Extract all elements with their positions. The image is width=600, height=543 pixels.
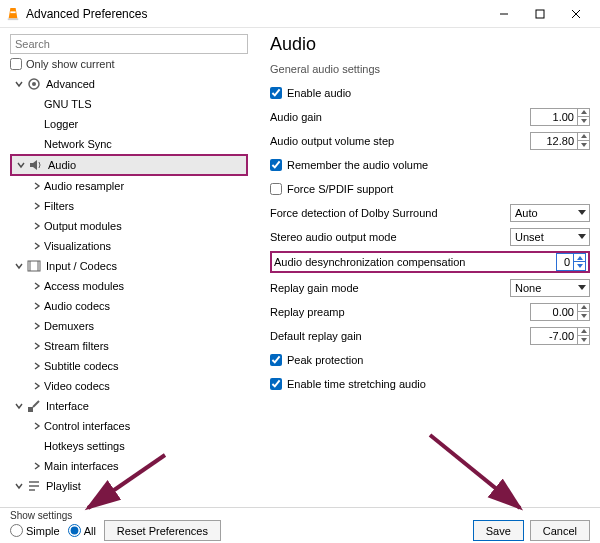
chevron-right-icon[interactable] — [30, 362, 44, 370]
svg-line-14 — [33, 401, 39, 407]
stereo-mode-combo[interactable]: Unset — [510, 228, 590, 246]
page-heading: Audio — [270, 34, 590, 55]
tree-item-hotkeys-settings[interactable]: Hotkeys settings — [10, 436, 248, 456]
all-radio[interactable]: All — [68, 524, 96, 537]
chevron-right-icon[interactable] — [30, 302, 44, 310]
spinner-buttons[interactable] — [577, 133, 589, 149]
only-show-current[interactable]: Only show current — [10, 58, 248, 70]
reset-preferences-button[interactable]: Reset Preferences — [104, 520, 221, 541]
chevron-right-icon[interactable] — [30, 182, 44, 190]
tree-item-subtitle-codecs[interactable]: Subtitle codecs — [10, 356, 248, 376]
tree-item-output-modules[interactable]: Output modules — [10, 216, 248, 236]
only-show-current-label: Only show current — [26, 58, 115, 70]
svg-rect-2 — [10, 11, 15, 13]
chevron-right-icon[interactable] — [30, 222, 44, 230]
footer: Show settings Simple All Reset Preferenc… — [0, 507, 600, 543]
tree-item-main-interfaces[interactable]: Main interfaces — [10, 456, 248, 476]
close-button[interactable] — [558, 1, 594, 27]
svg-marker-28 — [581, 314, 587, 318]
spinner-buttons[interactable] — [577, 328, 589, 344]
audio-gain-spinner[interactable]: 1.00 — [530, 108, 590, 126]
tree-item-access-modules[interactable]: Access modules — [10, 276, 248, 296]
tree-item-audio-resampler[interactable]: Audio resampler — [10, 176, 248, 196]
chevron-down-icon[interactable] — [12, 80, 26, 88]
tree-item-audio[interactable]: Audio — [10, 154, 248, 176]
svg-point-8 — [32, 82, 36, 86]
row-force-spdif: Force S/PDIF support — [270, 179, 590, 198]
tree-item-audio-codecs[interactable]: Audio codecs — [10, 296, 248, 316]
svg-rect-1 — [8, 18, 19, 20]
row-stereo-mode: Stereo audio output mode Unset — [270, 227, 590, 246]
svg-rect-4 — [536, 10, 544, 18]
svg-marker-19 — [581, 119, 587, 123]
chevron-right-icon[interactable] — [30, 202, 44, 210]
spinner-buttons[interactable] — [577, 304, 589, 320]
minimize-button[interactable] — [486, 1, 522, 27]
svg-marker-21 — [581, 143, 587, 147]
svg-marker-22 — [578, 210, 586, 215]
chevron-down-icon[interactable] — [12, 262, 26, 270]
tree-item-filters[interactable]: Filters — [10, 196, 248, 216]
desync-spinner[interactable]: 0 — [556, 253, 586, 271]
cancel-button[interactable]: Cancel — [530, 520, 590, 541]
enable-audio-checkbox[interactable] — [270, 87, 282, 99]
chevron-down-icon[interactable] — [14, 161, 28, 169]
chevron-right-icon[interactable] — [30, 462, 44, 470]
chevron-right-icon[interactable] — [30, 242, 44, 250]
simple-radio[interactable]: Simple — [10, 524, 60, 537]
peak-protection-checkbox[interactable] — [270, 354, 282, 366]
row-volume-step: Audio output volume step 12.80 — [270, 131, 590, 150]
app-icon — [6, 7, 20, 21]
window-title: Advanced Preferences — [26, 7, 486, 21]
save-button[interactable]: Save — [473, 520, 524, 541]
tree-item-network-sync[interactable]: Network Sync — [10, 134, 248, 154]
chevron-down-icon[interactable] — [12, 402, 26, 410]
dolby-combo[interactable]: Auto — [510, 204, 590, 222]
preferences-tree[interactable]: Advanced GNU TLS Logger Network Sync Aud… — [10, 74, 248, 507]
film-icon — [26, 258, 42, 274]
tree-item-advanced[interactable]: Advanced — [10, 74, 248, 94]
remember-volume-checkbox[interactable] — [270, 159, 282, 171]
chevron-down-icon — [575, 285, 589, 291]
tree-item-control-interfaces[interactable]: Control interfaces — [10, 416, 248, 436]
tree-item-visualizations[interactable]: Visualizations — [10, 236, 248, 256]
default-replay-gain-spinner[interactable]: -7.00 — [530, 327, 590, 345]
chevron-right-icon[interactable] — [30, 382, 44, 390]
time-stretch-checkbox[interactable] — [270, 378, 282, 390]
replay-preamp-spinner[interactable]: 0.00 — [530, 303, 590, 321]
chevron-right-icon[interactable] — [30, 282, 44, 290]
tree-item-input-codecs[interactable]: Input / Codecs — [10, 256, 248, 276]
chevron-right-icon[interactable] — [30, 422, 44, 430]
chevron-down-icon — [575, 234, 589, 240]
search-input[interactable] — [10, 34, 248, 54]
tree-item-demuxers[interactable]: Demuxers — [10, 316, 248, 336]
chevron-down-icon[interactable] — [12, 482, 26, 490]
tree-label: Interface — [46, 400, 89, 412]
tree-item-interface[interactable]: Interface — [10, 396, 248, 416]
spinner-buttons[interactable] — [573, 254, 585, 270]
svg-marker-23 — [578, 234, 586, 239]
tree-item-logger[interactable]: Logger — [10, 114, 248, 134]
svg-marker-30 — [581, 338, 587, 342]
show-settings-label: Show settings — [10, 510, 72, 521]
tree-item-stream-filters[interactable]: Stream filters — [10, 336, 248, 356]
maximize-button[interactable] — [522, 1, 558, 27]
volume-step-spinner[interactable]: 12.80 — [530, 132, 590, 150]
brush-icon — [26, 398, 42, 414]
force-spdif-checkbox[interactable] — [270, 183, 282, 195]
replay-gain-mode-combo[interactable]: None — [510, 279, 590, 297]
only-show-current-checkbox[interactable] — [10, 58, 22, 70]
chevron-right-icon[interactable] — [30, 322, 44, 330]
tree-item-gnu-tls[interactable]: GNU TLS — [10, 94, 248, 114]
tree-item-video-codecs[interactable]: Video codecs — [10, 376, 248, 396]
speaker-icon — [28, 157, 44, 173]
svg-marker-18 — [581, 110, 587, 114]
chevron-right-icon[interactable] — [30, 342, 44, 350]
row-desync: Audio desynchronization compensation 0 — [270, 251, 590, 273]
svg-marker-29 — [581, 329, 587, 333]
spinner-buttons[interactable] — [577, 109, 589, 125]
titlebar: Advanced Preferences — [0, 0, 600, 28]
tree-item-playlist[interactable]: Playlist — [10, 476, 248, 496]
row-peak-protection: Peak protection — [270, 350, 590, 369]
tree-label: Input / Codecs — [46, 260, 117, 272]
